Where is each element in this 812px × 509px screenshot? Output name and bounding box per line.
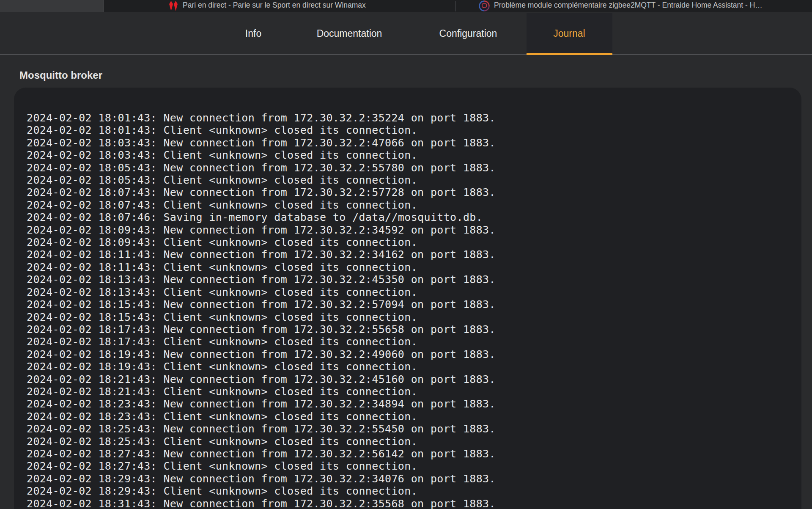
tab-info[interactable]: Info bbox=[245, 28, 261, 39]
browser-tab-winamax[interactable]: Pari en direct - Parie sur le Sport en d… bbox=[168, 0, 447, 12]
ha-community-icon bbox=[479, 0, 490, 11]
active-tab-underline bbox=[527, 53, 612, 55]
browser-tab-strip: Pari en direct - Parie sur le Sport en d… bbox=[0, 0, 812, 12]
addon-tab-bar: Info Documentation Configuration Journal bbox=[0, 13, 812, 55]
tab-journal[interactable]: Journal bbox=[553, 28, 585, 39]
page-title: Mosquitto broker bbox=[19, 69, 102, 81]
log-panel[interactable]: 2024-02-02 18:01:43: New connection from… bbox=[14, 88, 801, 509]
log-output: 2024-02-02 18:01:43: New connection from… bbox=[14, 88, 801, 509]
browser-active-tab[interactable] bbox=[0, 0, 104, 12]
browser-tab-title: Problème module complémentaire zigbee2MQ… bbox=[494, 1, 763, 10]
tab-configuration[interactable]: Configuration bbox=[439, 28, 497, 39]
winamax-icon bbox=[168, 0, 178, 11]
browser-tab-ha-community[interactable]: Problème module complémentaire zigbee2MQ… bbox=[479, 0, 812, 12]
browser-tab-divider bbox=[455, 1, 456, 11]
tab-documentation[interactable]: Documentation bbox=[317, 28, 382, 39]
browser-tab-title: Pari en direct - Parie sur le Sport en d… bbox=[183, 1, 366, 10]
